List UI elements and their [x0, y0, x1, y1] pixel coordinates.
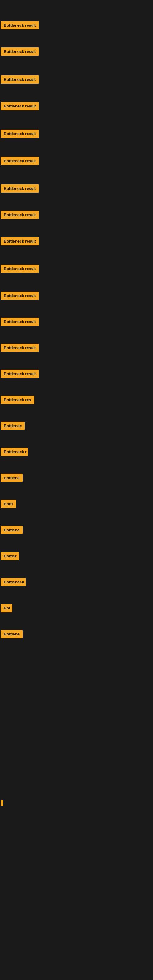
- bottleneck-label: Bottleneck result: [1, 344, 39, 352]
- bottleneck-item-3[interactable]: Bottleneck result: [1, 75, 39, 85]
- bottleneck-label: Bottler: [1, 552, 19, 560]
- bottleneck-label: Bottlene: [1, 526, 22, 534]
- bottleneck-item-4[interactable]: Bottleneck result: [1, 102, 39, 111]
- bottleneck-label: Bottleneck result: [1, 48, 39, 56]
- bottleneck-item-23[interactable]: Bot: [1, 604, 12, 613]
- bottleneck-item-16[interactable]: Bottlenec: [1, 422, 25, 431]
- bottleneck-label: Bottleneck result: [1, 237, 39, 245]
- bottleneck-label: Bottleneck result: [1, 21, 39, 29]
- bottleneck-label: Bottleneck result: [1, 75, 39, 84]
- bottleneck-label: Bottleneck: [1, 578, 26, 586]
- bottleneck-label: Bottleneck result: [1, 102, 39, 110]
- bottleneck-item-2[interactable]: Bottleneck result: [1, 48, 39, 57]
- bottleneck-label: Bottlenec: [1, 422, 25, 430]
- bottleneck-label: Bottleneck result: [1, 130, 39, 138]
- page-wrapper: Bottleneck resultBottleneck resultBottle…: [0, 0, 153, 980]
- bottleneck-item-12[interactable]: Bottleneck result: [1, 318, 39, 327]
- bottleneck-label: Bottleneck result: [1, 370, 39, 378]
- bottleneck-item-18[interactable]: Bottlene: [1, 474, 22, 483]
- bottom-indicator: [1, 800, 3, 806]
- bottleneck-item-6[interactable]: Bottleneck result: [1, 157, 39, 166]
- bottleneck-item-14[interactable]: Bottleneck result: [1, 370, 39, 379]
- bottleneck-item-21[interactable]: Bottler: [1, 552, 19, 562]
- bottleneck-label: Bottleneck result: [1, 157, 39, 165]
- bottleneck-label: Bottleneck result: [1, 291, 39, 300]
- bottleneck-item-17[interactable]: Bottleneck r: [1, 448, 28, 457]
- bottleneck-item-7[interactable]: Bottleneck result: [1, 185, 39, 194]
- bottleneck-label: Bottlene: [1, 474, 22, 482]
- bottleneck-item-20[interactable]: Bottlene: [1, 526, 22, 535]
- bottleneck-label: Bottleneck result: [1, 185, 39, 192]
- bottleneck-label: Bottleneck result: [1, 211, 39, 219]
- bottleneck-item-8[interactable]: Bottleneck result: [1, 211, 39, 220]
- bottleneck-label: Bottleneck result: [1, 318, 39, 326]
- bottleneck-item-22[interactable]: Bottleneck: [1, 578, 26, 587]
- bottleneck-item-5[interactable]: Bottleneck result: [1, 130, 39, 139]
- bottleneck-item-24[interactable]: Bottlene: [1, 630, 22, 640]
- items-container: Bottleneck resultBottleneck resultBottle…: [0, 4, 153, 980]
- bottleneck-label: Bottleneck res: [1, 396, 34, 404]
- site-title: [0, 0, 153, 4]
- bottleneck-label: Bottleneck result: [1, 265, 39, 273]
- bottleneck-item-19[interactable]: Bottl: [1, 500, 16, 509]
- bottleneck-item-10[interactable]: Bottleneck result: [1, 265, 39, 274]
- bottleneck-label: Bot: [1, 604, 12, 612]
- bottleneck-item-15[interactable]: Bottleneck res: [1, 396, 34, 405]
- bottleneck-label: Bottlene: [1, 630, 22, 638]
- bottleneck-label: Bottl: [1, 500, 16, 508]
- bottleneck-item-9[interactable]: Bottleneck result: [1, 237, 39, 247]
- bottleneck-item-1[interactable]: Bottleneck result: [1, 21, 39, 30]
- bottleneck-item-13[interactable]: Bottleneck result: [1, 344, 39, 353]
- bottleneck-item-11[interactable]: Bottleneck result: [1, 291, 39, 301]
- bottleneck-label: Bottleneck r: [1, 448, 28, 456]
